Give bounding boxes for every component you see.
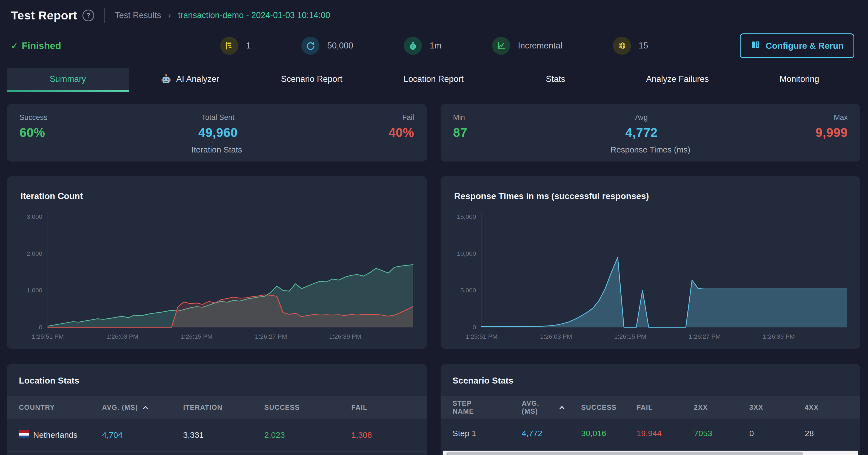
column-header-avg-ms-[interactable]: AVG. (MS)	[102, 403, 183, 412]
fail-cell: 19,944	[637, 429, 694, 438]
svg-text:1:26:27 PM: 1:26:27 PM	[255, 333, 287, 340]
stopwatch-icon	[408, 40, 418, 51]
metric-value: 1	[246, 41, 251, 51]
svg-text:1:26:39 PM: 1:26:39 PM	[763, 333, 795, 340]
iteration-chart-title: Iteration Count	[21, 191, 416, 201]
stat-min: Min 87	[453, 113, 467, 140]
avg-ms-cell: 4,704	[102, 430, 183, 440]
iteration-count-card: Iteration Count 01,0002,0003,0001:25:51 …	[7, 176, 427, 349]
tab-monitoring[interactable]: Monitoring	[738, 68, 860, 90]
svg-text:10,000: 10,000	[457, 250, 476, 257]
stat-success: Success 60%	[20, 113, 48, 140]
stat-value: 60%	[20, 125, 48, 140]
metric-value: Incremental	[518, 41, 562, 51]
column-header-step-name[interactable]: STEP NAME	[453, 399, 522, 415]
stopwatch-icon-circle	[404, 37, 422, 55]
column-header-label: STEP NAME	[453, 399, 486, 415]
column-header-fail[interactable]: FAIL	[637, 403, 694, 412]
column-header-success[interactable]: SUCCESS	[265, 403, 351, 412]
success-cell: 30,016	[581, 429, 637, 438]
location-stats-body: Netherlands 4,704 3,331 2,023 1,308 Belg…	[7, 419, 427, 455]
horizontal-scrollbar[interactable]	[443, 451, 859, 455]
configure-icon	[750, 40, 760, 50]
stat-value: 40%	[389, 125, 414, 140]
tab-location-report[interactable]: Location Report	[373, 68, 495, 90]
breadcrumb-separator: ›	[168, 11, 171, 20]
column-header-fail[interactable]: FAIL	[351, 403, 414, 412]
4xx-cell: 28	[805, 429, 848, 438]
svg-text:1:25:51 PM: 1:25:51 PM	[32, 333, 64, 340]
column-header-label: 2XX	[694, 403, 708, 412]
stat-label: Max	[815, 113, 848, 122]
scenario-stats-card: Scenario Stats STEP NAMEAVG. (MS)SUCCESS…	[441, 364, 861, 455]
title-divider	[104, 8, 105, 23]
column-header-label: 3XX	[749, 403, 763, 412]
top-bar: Test Report ? Test Results › transaction…	[0, 0, 868, 26]
stat-value: 49,960	[198, 125, 238, 140]
configure-rerun-button[interactable]: Configure & Rerun	[740, 33, 854, 58]
column-header-country[interactable]: COUNTRY	[19, 403, 102, 412]
column-header-2xx[interactable]: 2XX	[694, 403, 749, 412]
check-icon: ✓	[11, 41, 18, 51]
column-header-label: 4XX	[805, 403, 819, 412]
response-chart-title: Response Times in ms (successful respons…	[454, 191, 850, 201]
caret-up-icon	[143, 405, 149, 410]
tab-ai-analyzer[interactable]: AI Analyzer	[129, 68, 251, 90]
svg-text:0: 0	[39, 324, 42, 331]
svg-text:1:26:15 PM: 1:26:15 PM	[614, 333, 646, 340]
avg-ms-cell: 4,772	[522, 429, 581, 438]
configure-icon	[750, 40, 760, 52]
tab-label: Analyze Failures	[646, 74, 709, 84]
svg-text:1:26:39 PM: 1:26:39 PM	[329, 333, 361, 340]
iteration-count-chart: 01,0002,0003,0001:25:51 PM1:26:03 PM1:26…	[18, 210, 416, 343]
stat-label: Min	[453, 113, 467, 122]
status-label: Finished	[22, 40, 61, 51]
column-header-iteration[interactable]: ITERATION	[183, 403, 264, 412]
location-stats-header: COUNTRYAVG. (MS)ITERATIONSUCCESSFAIL	[7, 396, 427, 419]
column-header-avg-ms-[interactable]: AVG. (MS)	[522, 399, 581, 415]
flag-nl	[19, 430, 29, 438]
tab-label: Monitoring	[779, 74, 819, 84]
chart-line-icon	[496, 40, 506, 51]
card-caption: Response Times (ms)	[453, 145, 848, 154]
metric-value: 50,000	[327, 41, 353, 51]
svg-text:1,000: 1,000	[27, 287, 42, 294]
card-caption: Iteration Stats	[20, 145, 414, 154]
horizontal-scrollbar-thumb[interactable]	[446, 452, 803, 455]
help-icon[interactable]: ?	[83, 9, 94, 21]
3xx-cell: 0	[749, 429, 805, 438]
breadcrumb-current: transaction-demo - 2024-01-03 10:14:00	[178, 10, 330, 20]
steps-icon-circle	[220, 37, 238, 55]
svg-text:1:25:51 PM: 1:25:51 PM	[465, 333, 497, 340]
tab-label: AI Analyzer	[176, 74, 219, 84]
stat-fail: Fail 40%	[389, 113, 414, 140]
test-config-metrics: 1 50,000 1m Incremental 15	[129, 37, 740, 55]
svg-text:5,000: 5,000	[460, 287, 476, 294]
response-times-chart: 05,00010,00015,0001:25:51 PM1:26:03 PM1:…	[452, 210, 850, 343]
tab-scenario-report[interactable]: Scenario Report	[251, 68, 373, 90]
stat-value: 4,772	[625, 125, 658, 140]
svg-text:1:26:03 PM: 1:26:03 PM	[106, 333, 138, 340]
stat-label: Success	[20, 113, 48, 122]
svg-text:3,000: 3,000	[27, 214, 42, 220]
refresh-icon-circle	[301, 37, 319, 55]
metric-steps: 1	[220, 37, 251, 55]
tab-stats[interactable]: Stats	[495, 68, 617, 90]
column-header-success[interactable]: SUCCESS	[581, 403, 637, 412]
column-header-label: SUCCESS	[581, 403, 614, 412]
iteration-cell: 3,331	[183, 430, 264, 440]
tab-analyze-failures[interactable]: Analyze Failures	[617, 68, 738, 90]
stat-max: Max 9,999	[815, 113, 848, 140]
tab-label: Scenario Report	[281, 74, 342, 84]
column-header-3xx[interactable]: 3XX	[749, 403, 805, 412]
status-row: ✓ Finished 1 50,000 1m Incremental	[0, 26, 868, 65]
tab-summary[interactable]: Summary	[7, 68, 129, 90]
metric-refresh: 50,000	[301, 37, 353, 55]
column-header-4xx[interactable]: 4XX	[805, 403, 848, 412]
breadcrumb-root-link[interactable]: Test Results	[115, 10, 161, 20]
test-report-page: Test Report ? Test Results › transaction…	[0, 0, 868, 455]
location-stats-title: Location Stats	[7, 364, 427, 396]
stat-label: Avg	[625, 113, 658, 122]
svg-text:15,000: 15,000	[457, 214, 476, 220]
charts-row: Iteration Count 01,0002,0003,0001:25:51 …	[7, 176, 860, 349]
